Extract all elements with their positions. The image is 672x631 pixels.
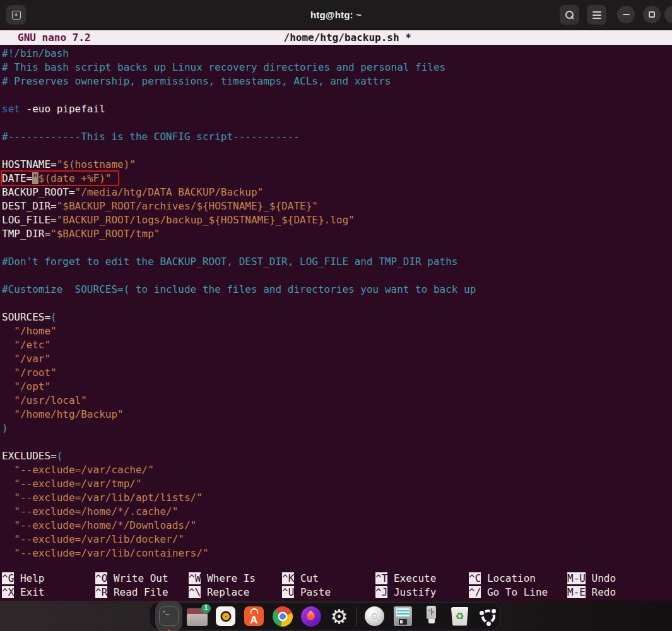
dock-item-music-player[interactable]: [215, 604, 236, 629]
dock-item-chrome[interactable]: [272, 604, 293, 629]
code-line[interactable]: LOG_FILE="BACKUP_ROOT/logs/backup_${HOST…: [2, 213, 672, 227]
code-segment: # Preserves ownership, permissions, time…: [2, 75, 391, 87]
code-line[interactable]: DATE="$(date +%F)": [2, 172, 672, 186]
code-line[interactable]: [2, 116, 672, 130]
shortcut-undo[interactable]: M-U Undo: [567, 572, 672, 586]
code-line[interactable]: "/home/htg/Backup": [2, 408, 672, 422]
shortcut-label: Cut: [294, 572, 319, 584]
code-line[interactable]: [2, 88, 672, 102]
code-line[interactable]: [2, 241, 672, 255]
code-line[interactable]: "/home": [2, 324, 672, 338]
code-segment: (: [57, 450, 63, 462]
dock-item-flameshot[interactable]: [300, 604, 321, 629]
dock-separator: [357, 607, 357, 626]
code-line[interactable]: ): [2, 422, 672, 435]
code-area[interactable]: #!/bin/bash# This bash script backs up L…: [0, 45, 672, 572]
shortcut-label: Redo: [586, 586, 616, 598]
maximize-icon: [649, 11, 655, 18]
nano-shortcuts: ^G Help^X Exit^O Write Out^R Read File^W…: [0, 572, 672, 599]
code-line[interactable]: "--exclude=/var/lib/containers/": [2, 546, 672, 560]
shortcut-column: ^O Write Out^R Read File: [95, 572, 189, 599]
nano-titlebar: GNU nano 7.2 /home/htg/backup.sh *: [0, 30, 672, 45]
shortcut-write-out[interactable]: ^O Write Out: [95, 572, 189, 586]
code-segment: "$BACKUP_ROOT/tmp": [50, 228, 160, 240]
code-line[interactable]: "/opt": [2, 380, 672, 394]
shortcut-paste[interactable]: ^U Paste: [282, 586, 375, 599]
code-segment: [2, 519, 14, 531]
minimize-button[interactable]: [617, 6, 635, 23]
code-line[interactable]: HOSTNAME="$(hostname)": [2, 158, 672, 172]
shortcut-go-to-line[interactable]: ^/ Go To Line: [469, 586, 567, 599]
shortcut-label: Read File: [107, 586, 168, 598]
code-line[interactable]: "--exclude=/var/lib/docker/": [2, 533, 672, 546]
new-tab-icon: +: [12, 11, 21, 20]
code-segment: "BACKUP_ROOT/logs/backup_${HOSTNAME}_${D…: [57, 214, 355, 226]
code-line[interactable]: DEST_DIR="$BACKUP_ROOT/archives/${HOSTNA…: [2, 199, 672, 213]
code-line[interactable]: "--exclude=/home/*/.cache/": [2, 505, 672, 519]
shortcut-replace[interactable]: ^\ Replace: [189, 586, 282, 599]
code-line[interactable]: #------------This is the CONFIG script--…: [2, 130, 672, 144]
code-line[interactable]: BACKUP_ROOT="/media/htg/DATA BACKUP/Back…: [2, 186, 672, 199]
code-line[interactable]: #Customize SOURCES=( to include the file…: [2, 283, 672, 297]
disc-icon: [365, 606, 384, 626]
new-tab-button[interactable]: +: [6, 5, 26, 25]
dock-item-app-center[interactable]: A: [244, 604, 264, 629]
dock-item-floppy-drive[interactable]: [392, 604, 413, 629]
shortcut-execute[interactable]: ^T Execute: [375, 572, 469, 586]
code-line[interactable]: # Preserves ownership, permissions, time…: [2, 74, 672, 88]
shortcut-location[interactable]: ^C Location: [469, 572, 567, 586]
code-segment: "/home/htg/Backup": [14, 408, 123, 420]
maximize-button[interactable]: [643, 6, 661, 23]
code-line[interactable]: "/root": [2, 366, 672, 380]
menu-button[interactable]: [587, 5, 606, 25]
code-line[interactable]: #Don't forget to edit the BACKUP_ROOT, D…: [2, 255, 672, 269]
shortcut-help[interactable]: ^G Help: [2, 572, 95, 586]
shortcut-key: ^U: [282, 586, 294, 598]
dock-item-ubuntu-logo[interactable]: [478, 604, 498, 629]
code-line[interactable]: set -euo pipefail: [2, 102, 672, 116]
code-line[interactable]: "/etc": [2, 338, 672, 352]
music-player-icon: [216, 606, 235, 626]
dock-item-settings[interactable]: ⚙: [329, 604, 350, 629]
dock-item-files[interactable]: 1: [187, 604, 208, 629]
dock-item-disc[interactable]: [364, 604, 385, 629]
shortcut-label: Undo: [586, 572, 616, 584]
shortcut-exit[interactable]: ^X Exit: [2, 586, 95, 599]
code-line[interactable]: [2, 297, 672, 310]
code-segment: [2, 464, 14, 476]
code-line[interactable]: "--exclude=/var/lib/apt/lists/": [2, 491, 672, 505]
code-line[interactable]: [2, 435, 672, 449]
shortcut-read-file[interactable]: ^R Read File: [95, 586, 189, 599]
code-line[interactable]: TMP_DIR="$BACKUP_ROOT/tmp": [2, 227, 672, 241]
shortcut-key: ^T: [375, 572, 387, 584]
code-segment: set: [2, 103, 20, 115]
code-line[interactable]: #!/bin/bash: [2, 47, 672, 61]
code-segment: "$(hostname)": [57, 158, 136, 170]
code-line[interactable]: "--exclude=/home/*/Downloads/": [2, 519, 672, 533]
shortcut-key: M-E: [567, 586, 586, 598]
shortcut-label: Help: [14, 572, 44, 584]
code-line[interactable]: [2, 269, 672, 283]
code-line[interactable]: "--exclude=/var/cache/": [2, 463, 672, 477]
code-line[interactable]: "/usr/local": [2, 394, 672, 408]
dock-item-usb-drive[interactable]: [421, 604, 442, 629]
code-line[interactable]: SOURCES=(: [2, 310, 672, 324]
code-line[interactable]: # This bash script backs up Linux recove…: [2, 61, 672, 74]
dock-item-trash[interactable]: ♻: [449, 604, 470, 629]
shortcut-column: ^K Cut^U Paste: [282, 572, 375, 599]
dock-item-terminal[interactable]: ›_: [158, 604, 179, 629]
code-line[interactable]: "--exclude=/var/tmp/": [2, 477, 672, 491]
code-line[interactable]: [2, 144, 672, 158]
code-line[interactable]: "/var": [2, 352, 672, 366]
shortcut-justify[interactable]: ^J Justify: [375, 586, 469, 599]
ubuntu-logo-icon: [478, 606, 498, 627]
code-segment: [2, 547, 14, 559]
shortcut-label: Justify: [387, 586, 436, 598]
shortcut-where-is[interactable]: ^W Where Is: [189, 572, 282, 586]
shortcut-redo[interactable]: M-E Redo: [567, 586, 672, 599]
nano-filename: /home/htg/backup.sh *: [284, 30, 411, 45]
code-segment: BACKUP_ROOT=: [2, 186, 75, 198]
code-line[interactable]: EXCLUDES=(: [2, 449, 672, 463]
search-button[interactable]: [560, 5, 579, 25]
shortcut-cut[interactable]: ^K Cut: [282, 572, 375, 586]
